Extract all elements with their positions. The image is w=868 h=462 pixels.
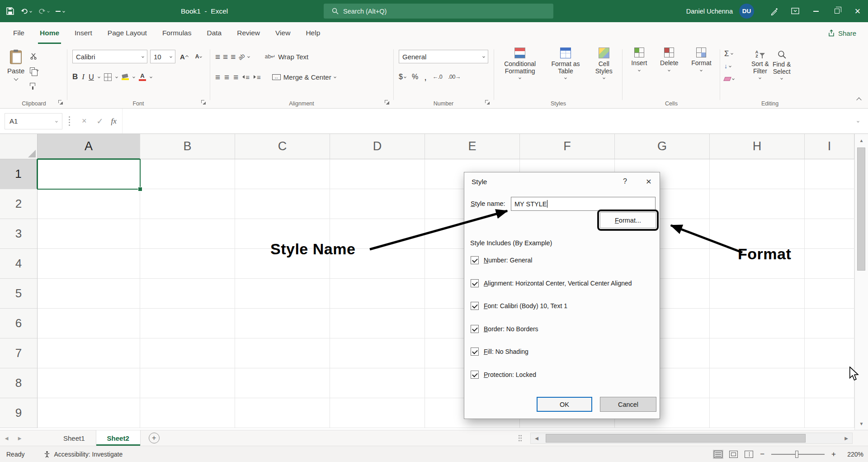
tab-splitter-icon[interactable]: [518, 434, 522, 442]
tab-insert[interactable]: Insert: [67, 22, 100, 44]
avatar[interactable]: DU: [739, 4, 754, 19]
borders-button[interactable]: [104, 73, 112, 81]
cell-D2[interactable]: [330, 189, 425, 219]
cell-B7[interactable]: [140, 338, 235, 368]
copy-dropdown-icon[interactable]: [37, 69, 39, 71]
cancel-formula-button[interactable]: [82, 116, 87, 126]
collapse-ribbon-button[interactable]: [857, 95, 861, 104]
tab-page-layout[interactable]: Page Layout: [100, 22, 155, 44]
name-box[interactable]: A1: [5, 113, 62, 129]
undo-dropdown-icon[interactable]: [29, 10, 32, 13]
cell-I1[interactable]: [805, 159, 854, 189]
cell-A6[interactable]: [38, 309, 140, 338]
increase-indent-button[interactable]: [254, 74, 261, 81]
column-header-A[interactable]: A: [38, 134, 140, 159]
column-header-I[interactable]: I: [805, 134, 854, 159]
sheet-tab-sheet2[interactable]: Sheet2: [96, 430, 141, 446]
row-header-6[interactable]: 6: [0, 309, 38, 338]
cell-D1[interactable]: [330, 159, 425, 189]
vertical-scrollbar[interactable]: [854, 134, 868, 430]
accessibility-status[interactable]: Accessibility: Investigate: [43, 451, 123, 458]
enter-formula-button[interactable]: [97, 116, 104, 126]
fill-color-dropdown-icon[interactable]: [132, 76, 135, 78]
font-name-combo[interactable]: Calibri: [72, 50, 147, 63]
cell-D4[interactable]: [330, 249, 425, 279]
redo-dropdown-icon[interactable]: [47, 10, 50, 13]
row-header-9[interactable]: 9: [0, 398, 38, 428]
row-header-7[interactable]: 7: [0, 338, 38, 368]
cell-D8[interactable]: [330, 368, 425, 398]
cell-B9[interactable]: [140, 398, 235, 428]
increase-decimal-button[interactable]: ←.0: [433, 74, 442, 80]
previous-sheet-icon[interactable]: [0, 430, 13, 446]
cell-A3[interactable]: [38, 219, 140, 249]
decrease-font-size-button[interactable]: A: [193, 54, 204, 59]
tab-file[interactable]: File: [5, 22, 32, 44]
find-select-button[interactable]: Find & Select: [773, 48, 791, 98]
cell-A7[interactable]: [38, 338, 140, 368]
cell-C8[interactable]: [235, 368, 330, 398]
cell-C9[interactable]: [235, 398, 330, 428]
cell-D6[interactable]: [330, 309, 425, 338]
cell-H9[interactable]: [710, 398, 805, 428]
zoom-in-button[interactable]: [831, 450, 836, 458]
vertical-scroll-thumb[interactable]: [857, 148, 865, 271]
tab-formulas[interactable]: Formulas: [155, 22, 199, 44]
checkbox-checked-icon[interactable]: [471, 302, 479, 310]
style-name-input[interactable]: MY STYLE: [511, 197, 656, 211]
cell-I2[interactable]: [805, 189, 854, 219]
cell-I8[interactable]: [805, 368, 854, 398]
normal-view-button[interactable]: [714, 451, 722, 458]
insert-cells-button[interactable]: Insert: [631, 44, 647, 95]
cell-H6[interactable]: [710, 309, 805, 338]
bold-button[interactable]: B: [72, 72, 78, 81]
bottom-align-button[interactable]: [231, 52, 236, 61]
orientation-dropdown-icon[interactable]: [247, 55, 250, 58]
tab-help[interactable]: Help: [298, 22, 328, 44]
column-header-B[interactable]: B: [140, 134, 235, 159]
checkbox-checked-icon[interactable]: [471, 371, 479, 379]
cell-D9[interactable]: [330, 398, 425, 428]
row-header-8[interactable]: 8: [0, 368, 38, 398]
format-button[interactable]: Format...: [600, 212, 656, 228]
scroll-up-icon[interactable]: [855, 134, 868, 147]
row-header-1[interactable]: 1: [0, 159, 38, 189]
cell-C6[interactable]: [235, 309, 330, 338]
cut-button[interactable]: [30, 51, 38, 61]
scroll-right-icon[interactable]: [840, 436, 852, 441]
ribbon-display-options-button[interactable]: [785, 0, 806, 22]
row-header-4[interactable]: 4: [0, 249, 38, 279]
column-header-H[interactable]: H: [710, 134, 805, 159]
cell-H3[interactable]: [710, 219, 805, 249]
cell-I9[interactable]: [805, 398, 854, 428]
column-header-F[interactable]: F: [520, 134, 615, 159]
minimize-button[interactable]: [806, 0, 826, 22]
editor-pen-button[interactable]: [764, 0, 785, 22]
align-center-button[interactable]: [224, 73, 229, 81]
row-header-5[interactable]: 5: [0, 279, 38, 309]
row-header-3[interactable]: 3: [0, 219, 38, 249]
cell-H8[interactable]: [710, 368, 805, 398]
checkbox-checked-icon[interactable]: [471, 348, 479, 356]
delete-cells-button[interactable]: Delete: [660, 44, 678, 95]
cell-A1[interactable]: [38, 159, 140, 189]
cell-A5[interactable]: [38, 279, 140, 309]
scroll-down-icon[interactable]: [855, 417, 868, 430]
customize-quick-access-button[interactable]: [56, 10, 65, 12]
dialog-help-button[interactable]: ?: [623, 177, 627, 186]
cell-D7[interactable]: [330, 338, 425, 368]
font-size-combo[interactable]: 10: [150, 50, 175, 63]
checkbox-checked-icon[interactable]: [471, 279, 479, 287]
ok-button[interactable]: OK: [537, 397, 592, 412]
scroll-left-icon[interactable]: [531, 436, 542, 441]
orientation-button[interactable]: ab: [237, 52, 246, 62]
horizontal-scroll-thumb[interactable]: [546, 434, 806, 443]
format-painter-button[interactable]: [30, 79, 38, 89]
page-break-view-button[interactable]: [745, 451, 753, 458]
dialog-close-button[interactable]: ×: [646, 176, 651, 187]
cell-A2[interactable]: [38, 189, 140, 219]
comma-style-button[interactable]: ,: [424, 72, 427, 82]
format-cells-button[interactable]: Format: [691, 44, 711, 95]
next-sheet-icon[interactable]: [13, 430, 26, 446]
wrap-text-button[interactable]: ab Wrap Text: [265, 53, 308, 61]
